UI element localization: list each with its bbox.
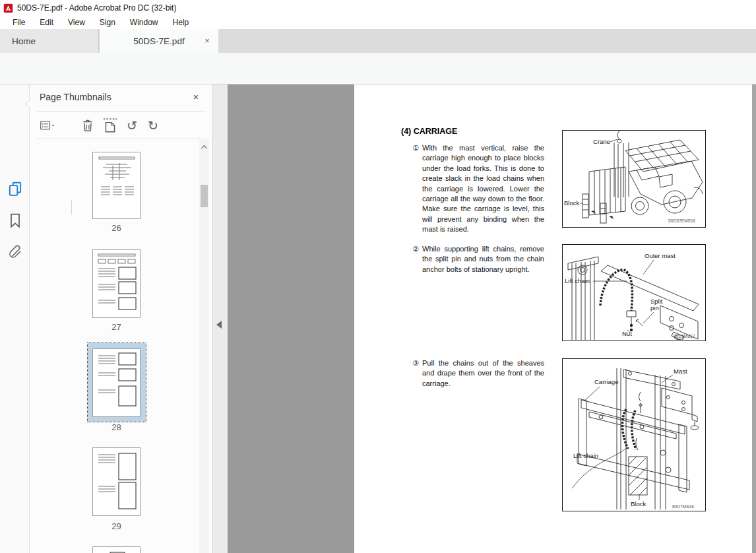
tab-home[interactable]: Home	[0, 29, 99, 53]
attachments-panel-icon[interactable]	[7, 243, 23, 259]
figure2-label-nut: Nut	[622, 330, 632, 337]
acrobat-window: 50DS-7E.pdf - Adobe Acrobat Pro DC (32-b…	[0, 0, 756, 553]
rotate-counterclockwise-icon[interactable]: ↺	[124, 117, 140, 133]
menu-file[interactable]: File	[5, 16, 32, 28]
page-thumbnails-panel: Page Thumbnails × ↺ ↻ 26 27 28	[30, 84, 212, 553]
figure2-label-outer-mast: Outer mast	[645, 252, 676, 259]
step-2-marker: ②	[412, 244, 422, 275]
bookmarks-panel-icon[interactable]	[7, 212, 23, 228]
document-scrollbar-thumb[interactable]	[752, 84, 756, 553]
document-canvas: (4) CARRIAGE ① With the mast vertical, r…	[228, 84, 752, 553]
figure-carriage-mast: Mast Carriage Lift chain Block 80D7MS18	[562, 358, 706, 511]
step-1-marker: ①	[412, 143, 422, 235]
delete-page-icon[interactable]	[80, 117, 96, 133]
tab-bar: Home 50DS-7E.pdf ×	[0, 29, 756, 53]
page-thumbnails-panel-icon[interactable]	[7, 181, 23, 197]
figure1-label-crane: Crane	[593, 138, 610, 145]
panel-title: Page Thumbnails	[40, 92, 111, 102]
figure3-label-lift-chain: Lift chain	[573, 452, 598, 459]
panel-close-icon[interactable]: ×	[190, 91, 202, 103]
thumbnail-label-26: 26	[92, 223, 141, 233]
menu-window[interactable]: Window	[123, 16, 166, 28]
menu-bar: File Edit View Sign Window Help	[0, 16, 756, 29]
figure-outer-mast: Outer mast Lift chain Split pin Nut 80D7…	[562, 244, 706, 341]
thumbnail-scrollbar[interactable]	[199, 140, 209, 553]
step-3-text: Pull the chains out of the sheaves and d…	[422, 358, 544, 389]
pdf-page: (4) CARRIAGE ① With the mast vertical, r…	[354, 84, 752, 553]
window-title: 50DS-7E.pdf - Adobe Acrobat Pro DC (32-b…	[17, 3, 176, 13]
thumbnail-label-27: 27	[92, 322, 141, 332]
step-3: ③ Pull the chains out of the sheaves and…	[412, 358, 544, 389]
scroll-up-icon[interactable]	[199, 143, 209, 152]
insert-page-icon[interactable]	[102, 117, 118, 133]
section-heading: (4) CARRIAGE	[401, 127, 457, 136]
thumbnail-label-29: 29	[92, 521, 141, 531]
thumbnail-page-28[interactable]	[92, 348, 141, 417]
step-2-text: While supporting lift chains, remove the…	[422, 244, 544, 275]
figure3-code: 80D7MS18	[672, 504, 694, 509]
figure2-label-pin: pin	[650, 304, 659, 311]
step-3-marker: ③	[412, 358, 422, 389]
thumbnail-page-partial[interactable]	[92, 546, 141, 553]
figure3-label-mast: Mast	[674, 368, 687, 375]
tab-document[interactable]: 50DS-7E.pdf	[100, 29, 218, 53]
figure3-label-block: Block	[631, 500, 646, 507]
figure1-code: 50DS7EMS16	[668, 218, 696, 223]
divider	[36, 111, 206, 112]
figure2-code: 80D7MS17	[674, 334, 695, 339]
panel-splitter[interactable]	[212, 84, 228, 553]
thumbnail-page-27[interactable]	[92, 249, 141, 318]
acrobat-logo-icon	[3, 3, 13, 13]
rotate-clockwise-icon[interactable]: ↻	[145, 117, 161, 133]
thumbnail-options-icon[interactable]	[40, 117, 55, 133]
step-1-text: With the mast vertical, raise the carria…	[422, 143, 544, 235]
figure2-label-lift-chain: Lift chain	[565, 277, 590, 284]
thumbnail-page-29[interactable]	[92, 447, 141, 516]
step-2: ② While supporting lift chains, remove t…	[412, 244, 544, 275]
menu-view[interactable]: View	[61, 16, 92, 28]
thumbnail-page-26[interactable]	[92, 152, 141, 219]
figure3-label-carriage: Carriage	[594, 378, 618, 385]
figure1-label-block: Block	[564, 199, 579, 207]
figure-forklift-crane: Crane Block 50DS7EMS16	[562, 130, 706, 228]
tab-close-icon[interactable]: ×	[202, 36, 212, 46]
menu-help[interactable]: Help	[166, 16, 197, 28]
collapse-panel-icon[interactable]	[216, 321, 222, 329]
thumbnail-scrollbar-thumb[interactable]	[201, 185, 208, 207]
menu-edit[interactable]: Edit	[32, 16, 61, 28]
navigation-rail	[0, 84, 30, 553]
main-toolbar: 28 / 338 66.7% ▾	[0, 53, 756, 84]
title-bar: 50DS-7E.pdf - Adobe Acrobat Pro DC (32-b…	[0, 0, 756, 16]
menu-sign[interactable]: Sign	[92, 16, 123, 28]
step-1: ① With the mast vertical, raise the carr…	[412, 143, 544, 235]
thumbnail-label-28: 28	[92, 422, 141, 432]
document-scrollbar[interactable]	[752, 84, 756, 553]
panel-separator	[71, 200, 72, 214]
divider	[36, 139, 206, 139]
